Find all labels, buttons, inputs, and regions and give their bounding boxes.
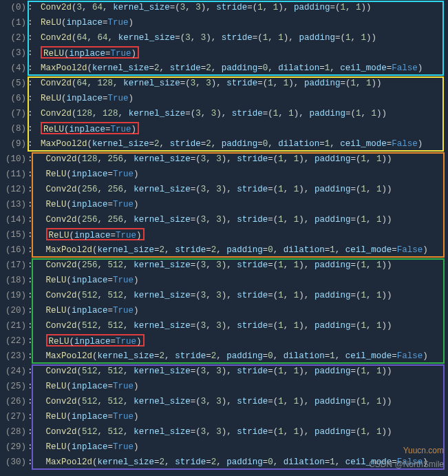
line-index: (25) xyxy=(0,379,28,394)
code-content: ReLU(inplace=True) xyxy=(33,439,448,455)
line-index: (12) xyxy=(0,182,28,197)
code-content: ReLU(inplace=True) xyxy=(33,15,448,30)
line-index: (18) xyxy=(0,273,28,288)
code-line: (7): Conv2d(128, 128, kernel_size=(3, 3)… xyxy=(0,106,448,121)
line-index: (5) xyxy=(0,76,28,91)
code-content: ReLU(inplace=True) xyxy=(33,121,448,137)
line-index: (26) xyxy=(0,394,28,409)
watermark-author: CSDN @NorthSmile xyxy=(369,457,444,472)
code-content: Conv2d(512, 512, kernel_size=(3, 3), str… xyxy=(33,394,448,409)
code-block: (0): Conv2d(3, 64, kernel_size=(3, 3), s… xyxy=(0,0,448,470)
line-index: (1) xyxy=(0,15,28,30)
code-line: (25): ReLU(inplace=True) xyxy=(0,379,448,394)
code-content: ReLU(inplace=True) xyxy=(33,45,448,61)
code-content: Conv2d(64, 128, kernel_size=(3, 3), stri… xyxy=(33,76,448,91)
code-line: (14): Conv2d(256, 256, kernel_size=(3, 3… xyxy=(0,212,448,227)
code-content: MaxPool2d(kernel_size=2, stride=2, paddi… xyxy=(33,61,448,76)
line-index: (13) xyxy=(0,197,28,212)
line-index: (28) xyxy=(0,424,28,439)
highlight-box: ReLU(inplace=True) xyxy=(46,334,145,346)
code-content: Conv2d(256, 512, kernel_size=(3, 3), str… xyxy=(33,258,448,273)
code-line: (18): ReLU(inplace=True) xyxy=(0,273,448,288)
code-line: (3): ReLU(inplace=True) xyxy=(0,45,448,61)
code-content: Conv2d(256, 256, kernel_size=(3, 3), str… xyxy=(33,182,448,197)
line-index: (10) xyxy=(0,152,28,167)
code-line: (12): Conv2d(256, 256, kernel_size=(3, 3… xyxy=(0,182,448,197)
code-line: (0): Conv2d(3, 64, kernel_size=(3, 3), s… xyxy=(0,0,448,15)
code-content: ReLU(inplace=True) xyxy=(33,409,448,424)
code-content: Conv2d(512, 512, kernel_size=(3, 3), str… xyxy=(33,318,448,333)
line-index: (3) xyxy=(0,45,28,61)
highlight-box: ReLU(inplace=True) xyxy=(41,122,139,134)
code-content: ReLU(inplace=True) xyxy=(33,197,448,212)
line-index: (22) xyxy=(0,333,28,349)
code-line: (28): Conv2d(512, 512, kernel_size=(3, 3… xyxy=(0,424,448,439)
code-content: Conv2d(128, 256, kernel_size=(3, 3), str… xyxy=(33,152,448,167)
code-line: (11): ReLU(inplace=True) xyxy=(0,167,448,182)
line-index: (21) xyxy=(0,318,28,333)
line-index: (2) xyxy=(0,30,28,45)
code-line: (13): ReLU(inplace=True) xyxy=(0,197,448,212)
code-content: Conv2d(256, 256, kernel_size=(3, 3), str… xyxy=(33,212,448,227)
watermark-site: Yuucn.com xyxy=(403,443,444,458)
code-content: MaxPool2d(kernel_size=2, stride=2, paddi… xyxy=(33,242,448,258)
code-content: ReLU(inplace=True) xyxy=(33,273,448,288)
code-line: (23): MaxPool2d(kernel_size=2, stride=2,… xyxy=(0,349,448,364)
code-content: ReLU(inplace=True) xyxy=(33,227,448,243)
code-content: ReLU(inplace=True) xyxy=(33,91,448,106)
code-content: Conv2d(128, 128, kernel_size=(3, 3), str… xyxy=(33,106,448,121)
code-line: (19): Conv2d(512, 512, kernel_size=(3, 3… xyxy=(0,288,448,303)
code-content: Conv2d(512, 512, kernel_size=(3, 3), str… xyxy=(33,424,448,439)
code-line: (22): ReLU(inplace=True) xyxy=(0,333,448,349)
code-line: (20): ReLU(inplace=True) xyxy=(0,303,448,318)
code-content: Conv2d(512, 512, kernel_size=(3, 3), str… xyxy=(33,288,448,303)
line-index: (30) xyxy=(0,455,28,470)
line-index: (6) xyxy=(0,91,28,106)
code-line: (5): Conv2d(64, 128, kernel_size=(3, 3),… xyxy=(0,76,448,91)
line-index: (17) xyxy=(0,258,28,273)
highlight-box: ReLU(inplace=True) xyxy=(41,46,139,59)
line-index: (15) xyxy=(0,227,28,242)
code-line: (17): Conv2d(256, 512, kernel_size=(3, 3… xyxy=(0,258,448,273)
code-line: (24): Conv2d(512, 512, kernel_size=(3, 3… xyxy=(0,364,448,379)
line-index: (9) xyxy=(0,136,28,152)
code-line: (15): ReLU(inplace=True) xyxy=(0,227,448,242)
code-line: (6): ReLU(inplace=True) xyxy=(0,91,448,106)
code-content: ReLU(inplace=True) xyxy=(33,379,448,394)
code-content: ReLU(inplace=True) xyxy=(33,167,448,182)
line-index: (19) xyxy=(0,288,28,303)
code-content: MaxPool2d(kernel_size=2, stride=2, paddi… xyxy=(33,136,448,152)
line-index: (7) xyxy=(0,106,28,121)
code-content: ReLU(inplace=True) xyxy=(33,303,448,318)
code-line: (8): ReLU(inplace=True) xyxy=(0,121,448,136)
code-line: (29): ReLU(inplace=True) xyxy=(0,439,448,455)
code-line: (1): ReLU(inplace=True) xyxy=(0,15,448,30)
highlight-box: ReLU(inplace=True) xyxy=(46,228,145,240)
code-line: (10): Conv2d(128, 256, kernel_size=(3, 3… xyxy=(0,152,448,167)
line-index: (16) xyxy=(0,242,28,258)
code-content: Conv2d(64, 64, kernel_size=(3, 3), strid… xyxy=(33,30,448,45)
code-line: (9): MaxPool2d(kernel_size=2, stride=2, … xyxy=(0,136,448,152)
line-index: (24) xyxy=(0,364,28,379)
code-line: (26): Conv2d(512, 512, kernel_size=(3, 3… xyxy=(0,394,448,409)
line-index: (0) xyxy=(0,0,28,15)
line-index: (8) xyxy=(0,121,28,136)
code-line: (4): MaxPool2d(kernel_size=2, stride=2, … xyxy=(0,61,448,76)
code-line: (27): ReLU(inplace=True) xyxy=(0,409,448,424)
code-line: (21): Conv2d(512, 512, kernel_size=(3, 3… xyxy=(0,318,448,333)
code-content: MaxPool2d(kernel_size=2, stride=2, paddi… xyxy=(33,349,448,364)
line-index: (14) xyxy=(0,212,28,227)
code-content: ReLU(inplace=True) xyxy=(33,333,448,349)
line-index: (23) xyxy=(0,349,28,364)
code-line: (2): Conv2d(64, 64, kernel_size=(3, 3), … xyxy=(0,30,448,45)
code-line: (16): MaxPool2d(kernel_size=2, stride=2,… xyxy=(0,242,448,258)
line-index: (29) xyxy=(0,439,28,455)
line-index: (4) xyxy=(0,61,28,76)
line-index: (20) xyxy=(0,303,28,318)
line-index: (11) xyxy=(0,167,28,182)
line-index: (27) xyxy=(0,409,28,424)
code-content: Conv2d(3, 64, kernel_size=(3, 3), stride… xyxy=(33,0,448,15)
code-content: Conv2d(512, 512, kernel_size=(3, 3), str… xyxy=(33,364,448,379)
